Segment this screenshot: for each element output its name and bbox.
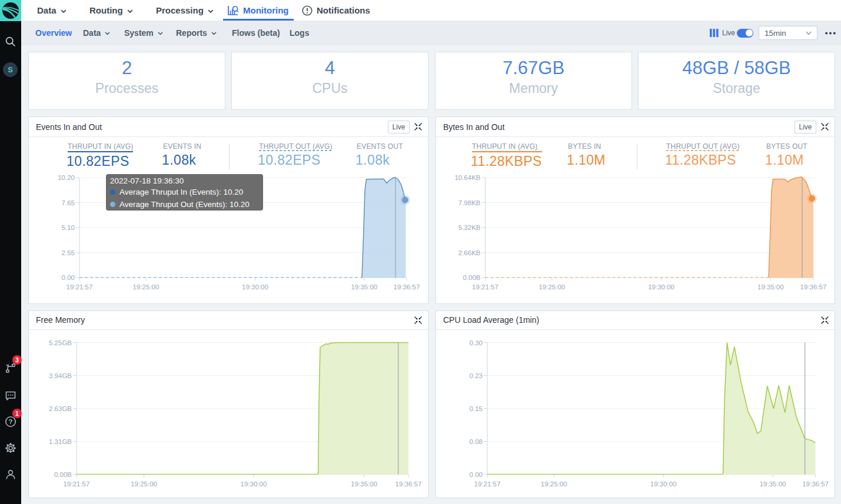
svg-text:19:30:00: 19:30:00: [241, 480, 267, 488]
svg-text:2.66KB: 2.66KB: [458, 249, 481, 256]
svg-text:19:36:57: 19:36:57: [394, 283, 420, 291]
svg-text:19:35:00: 19:35:00: [760, 480, 786, 488]
svg-text:19:21:57: 19:21:57: [64, 480, 90, 488]
svg-text:19:25:00: 19:25:00: [133, 283, 159, 291]
svg-text:0.30: 0.30: [470, 339, 483, 346]
svg-text:19:35:00: 19:35:00: [351, 283, 377, 291]
svg-text:7.98KB: 7.98KB: [458, 199, 481, 206]
svg-text:1.31GB: 1.31GB: [49, 438, 72, 445]
svg-text:19:21:57: 19:21:57: [472, 283, 498, 291]
svg-text:19:30:00: 19:30:00: [650, 480, 677, 488]
svg-text:0.15: 0.15: [470, 405, 483, 412]
svg-text:2.63GB: 2.63GB: [49, 405, 72, 412]
svg-text:0.00B: 0.00B: [54, 471, 72, 478]
svg-text:5.25GB: 5.25GB: [49, 339, 72, 346]
svg-text:0.23: 0.23: [470, 372, 483, 379]
svg-text:19:25:00: 19:25:00: [538, 283, 565, 291]
svg-text:3.94GB: 3.94GB: [49, 372, 72, 379]
svg-text:5.32KB: 5.32KB: [458, 224, 481, 231]
svg-text:10.20: 10.20: [58, 174, 75, 181]
svg-text:19:36:57: 19:36:57: [802, 480, 829, 488]
svg-text:0.00B: 0.00B: [463, 274, 480, 281]
svg-text:10.64KB: 10.64KB: [454, 174, 480, 181]
svg-text:2.55: 2.55: [62, 249, 75, 256]
svg-text:?: ?: [8, 418, 12, 425]
svg-text:19:25:00: 19:25:00: [131, 480, 157, 488]
svg-text:19:25:00: 19:25:00: [541, 480, 567, 488]
svg-text:5.10: 5.10: [62, 224, 75, 231]
svg-text:19:30:00: 19:30:00: [648, 283, 674, 291]
svg-text:0.00: 0.00: [470, 471, 483, 478]
svg-text:19:36:57: 19:36:57: [800, 283, 827, 291]
svg-text:19:36:57: 19:36:57: [395, 480, 422, 488]
svg-text:19:35:00: 19:35:00: [757, 283, 784, 291]
svg-text:19:21:57: 19:21:57: [474, 480, 501, 488]
svg-text:0.00: 0.00: [62, 274, 75, 281]
svg-text:19:30:00: 19:30:00: [242, 283, 268, 291]
svg-text:19:35:00: 19:35:00: [351, 480, 377, 488]
svg-text:0.08: 0.08: [470, 438, 483, 445]
svg-text:7.65: 7.65: [62, 199, 75, 206]
svg-text:19:21:57: 19:21:57: [67, 283, 93, 291]
